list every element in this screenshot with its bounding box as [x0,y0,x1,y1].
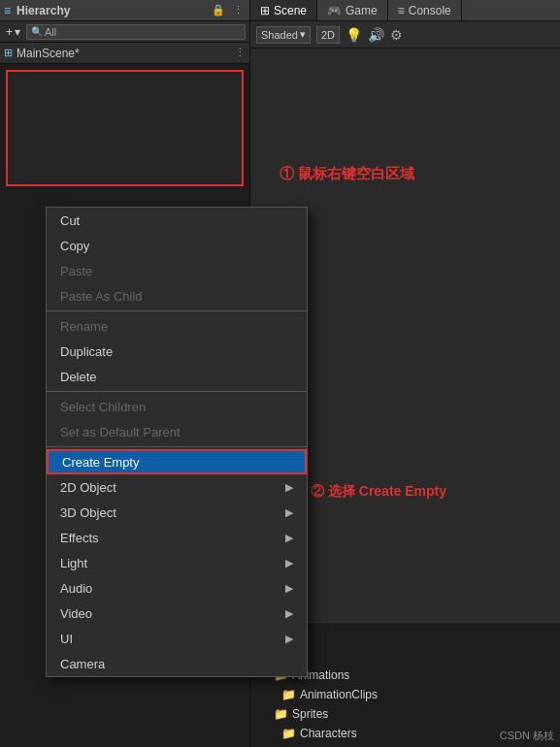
menu-rename: Rename [47,313,307,339]
camera-label: Camera [60,657,105,671]
video-label: Video [60,606,92,621]
2d-object-arrow: ▶ [285,481,293,494]
hierarchy-toolbar: + ▾ 🔍 All [0,21,249,43]
video-arrow: ▶ [285,607,293,620]
menu-2d-object[interactable]: 2D Object ▶ [47,474,307,500]
cut-label: Cut [60,213,80,228]
hierarchy-title: Hierarchy [16,4,70,17]
shaded-label: Shaded [261,29,298,41]
ui-arrow: ▶ [285,633,293,645]
light-label: Light [60,556,87,570]
hierarchy-header: ≡ Hierarchy 🔒 ⋮ [0,0,249,21]
game-tab-label: Game [346,4,378,17]
select-children-label: Select Children [60,400,146,414]
lock-icon[interactable]: 🔒 [211,3,226,18]
menu-paste: Paste [47,258,307,283]
menu-3d-object[interactable]: 3D Object ▶ [47,500,307,525]
create-empty-label: Create Empty [62,455,139,470]
persp-icon: 💡 [346,27,362,43]
menu-copy[interactable]: Copy [47,233,307,258]
set-default-parent-label: Set as Default Parent [60,425,181,439]
menu-ui[interactable]: UI ▶ [47,626,307,651]
console-tab-icon: ≡ [398,4,405,17]
folder-icon-animclips: 📁 [281,688,296,701]
scene-item[interactable]: ⊞ MainScene* ⋮ [0,43,249,64]
tab-game[interactable]: 🎮 Game [317,0,388,20]
menu-video[interactable]: Video ▶ [47,601,307,626]
more-options-icon[interactable]: ⋮ [230,3,246,18]
context-menu: Cut Copy Paste Paste As Child Rename Dup… [46,207,308,677]
audio-arrow: ▶ [285,582,293,595]
animationclips-name: AnimationClips [300,688,378,701]
audio-label: Audio [60,581,92,596]
menu-camera[interactable]: Camera [47,651,307,676]
scene-menu-icon[interactable]: ⋮ [235,47,246,59]
characters-name: Characters [300,727,357,740]
separator-2 [47,391,307,392]
annotation-2: ② 选择 Create Empty [311,483,446,501]
copy-label: Copy [60,239,89,253]
separator-3 [47,446,307,447]
scene-toolbar: Shaded ▾ 2D 💡 🔊 ⚙ [250,21,560,49]
add-button[interactable]: + ▾ [4,25,22,39]
annotation-1: ① 鼠标右键空白区域 [280,165,414,183]
search-text: All [45,26,56,38]
menu-cut[interactable]: Cut [47,208,307,233]
sprites-name: Sprites [292,707,328,721]
effects-arrow: ▶ [285,532,293,544]
game-tab-icon: 🎮 [327,4,342,17]
effects-label: Effects [60,531,99,545]
right-header: ⊞ Scene 🎮 Game ≡ Console [250,0,560,21]
2d-object-label: 2D Object [60,480,116,495]
mode-2d-button[interactable]: 2D [316,26,340,44]
scene-tab-icon: ⊞ [260,4,270,17]
shaded-arrow: ▾ [300,28,306,41]
menu-light[interactable]: Light ▶ [47,550,307,575]
scene-name: MainScene* [16,47,231,60]
search-icon: 🔍 [31,26,43,37]
ui-label: UI [60,632,73,646]
fx-icon: ⚙ [390,27,403,43]
sprites-folder[interactable]: 📁 Sprites [250,704,560,724]
separator-1 [47,310,307,311]
menu-audio[interactable]: Audio ▶ [47,575,307,601]
duplicate-label: Duplicate [60,344,113,359]
watermark: CSDN 杨枝 [500,729,554,743]
console-tab-label: Console [409,4,451,17]
scene-tab-label: Scene [274,4,307,17]
3d-object-label: 3D Object [60,505,116,520]
audio-icon: 🔊 [368,27,384,43]
animationclips-folder[interactable]: 📁 AnimationClips [250,685,560,704]
hierarchy-icon: ≡ [4,4,11,17]
menu-set-default-parent: Set as Default Parent [47,419,307,444]
light-arrow: ▶ [285,557,293,569]
search-box[interactable]: 🔍 All [26,24,246,40]
paste-label: Paste [60,264,92,278]
menu-duplicate[interactable]: Duplicate [47,339,307,364]
menu-delete[interactable]: Delete [47,364,307,389]
rename-label: Rename [60,319,108,334]
menu-paste-as-child: Paste As Child [47,283,307,309]
delete-label: Delete [60,370,97,384]
3d-object-arrow: ▶ [285,506,293,519]
empty-hierarchy-area[interactable] [6,70,244,186]
menu-create-empty[interactable]: Create Empty [47,449,307,474]
menu-effects[interactable]: Effects ▶ [47,525,307,550]
paste-as-child-label: Paste As Child [60,289,143,304]
mode-2d-label: 2D [321,29,335,41]
folder-icon-characters: 📁 [281,727,296,740]
menu-select-children: Select Children [47,394,307,419]
shaded-dropdown[interactable]: Shaded ▾ [256,26,311,44]
scene-icon: ⊞ [4,47,13,59]
tab-console[interactable]: ≡ Console [388,0,462,20]
tab-scene[interactable]: ⊞ Scene [250,0,317,20]
folder-icon-sprites: 📁 [274,707,288,721]
